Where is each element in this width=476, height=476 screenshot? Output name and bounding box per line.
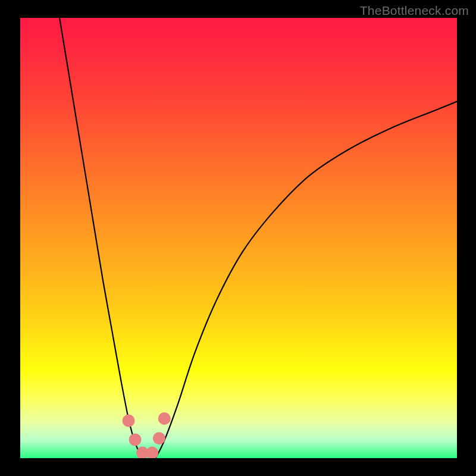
chart-svg [20,18,457,458]
marker-dot [158,412,171,425]
marker-dot [153,432,165,444]
marker-dot [146,447,158,458]
outer-frame: TheBottleneck.com [0,0,476,476]
plot-area [20,18,457,458]
marker-dot [123,415,135,427]
curve-left [60,18,142,458]
marker-dot [129,433,142,446]
watermark-text: TheBottleneck.com [360,4,469,18]
marker-group [123,412,171,458]
curve-right [156,102,457,458]
